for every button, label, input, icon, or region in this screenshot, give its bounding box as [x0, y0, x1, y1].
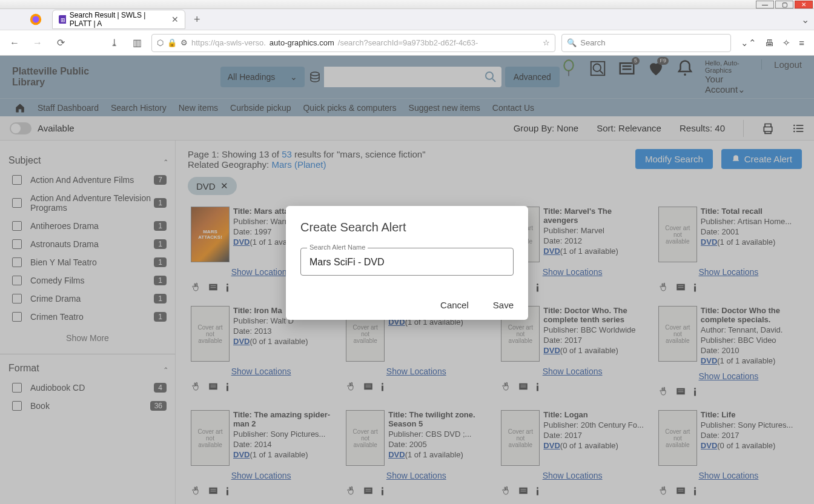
svg-text:⊞: ⊞ [61, 17, 65, 23]
save-button[interactable]: Save [493, 300, 514, 310]
address-bar: ← → ⟳ ⤓ ▥ ⬡ 🔒 ⚙ https://qa-swls-verso.au… [0, 30, 814, 56]
maximize-button[interactable]: ▢ [775, 1, 793, 8]
alert-name-field[interactable]: Search Alert Name [300, 248, 514, 276]
print-icon[interactable]: 🖶 [765, 38, 774, 48]
close-tab-icon[interactable]: ✕ [171, 15, 179, 24]
lock-icon: 🔒 [167, 38, 177, 47]
tabs-dropdown-icon[interactable]: ⌄ [801, 14, 809, 25]
forward-button: → [29, 35, 46, 51]
pocket-icon[interactable]: ⌄⌃ [741, 38, 756, 48]
back-button[interactable]: ← [6, 35, 23, 51]
cancel-button[interactable]: Cancel [440, 300, 469, 310]
tab-title: Search Result | SWLS | PLATT | A [70, 11, 163, 28]
close-window-button[interactable]: ✕ [795, 1, 813, 8]
shield-icon: ⬡ [157, 38, 164, 47]
menu-icon[interactable]: ≡ [799, 38, 804, 48]
browser-tab-bar: ⊞ Search Result | SWLS | PLATT | A ✕ + ⌄ [0, 9, 814, 30]
modal-overlay: Create Search Alert Search Alert Name Ca… [0, 56, 814, 504]
alert-name-input[interactable] [309, 257, 505, 268]
url-bar[interactable]: ⬡ 🔒 ⚙ https://qa-swls-verso.auto-graphic… [151, 34, 555, 52]
svg-point-1 [33, 16, 39, 23]
create-alert-modal: Create Search Alert Search Alert Name Ca… [286, 206, 528, 320]
container-icon[interactable]: ▥ [128, 35, 145, 51]
download-icon[interactable]: ⤓ [105, 35, 122, 51]
browser-search-box[interactable]: 🔍 Search [561, 34, 731, 52]
bookmark-star-icon[interactable]: ☆ [543, 38, 550, 47]
new-tab-button[interactable]: + [194, 13, 200, 26]
minimize-button[interactable]: — [756, 1, 774, 8]
extension-icon[interactable]: ✧ [783, 38, 790, 48]
tab-favicon-icon: ⊞ [59, 15, 66, 24]
permissions-icon: ⚙ [180, 38, 188, 47]
reload-button[interactable]: ⟳ [52, 35, 69, 51]
firefox-logo-icon [27, 10, 45, 28]
search-icon: 🔍 [567, 38, 577, 47]
browser-tab[interactable]: ⊞ Search Result | SWLS | PLATT | A ✕ [52, 10, 185, 29]
window-chrome: — ▢ ✕ [0, 0, 814, 9]
modal-title: Create Search Alert [300, 220, 514, 234]
